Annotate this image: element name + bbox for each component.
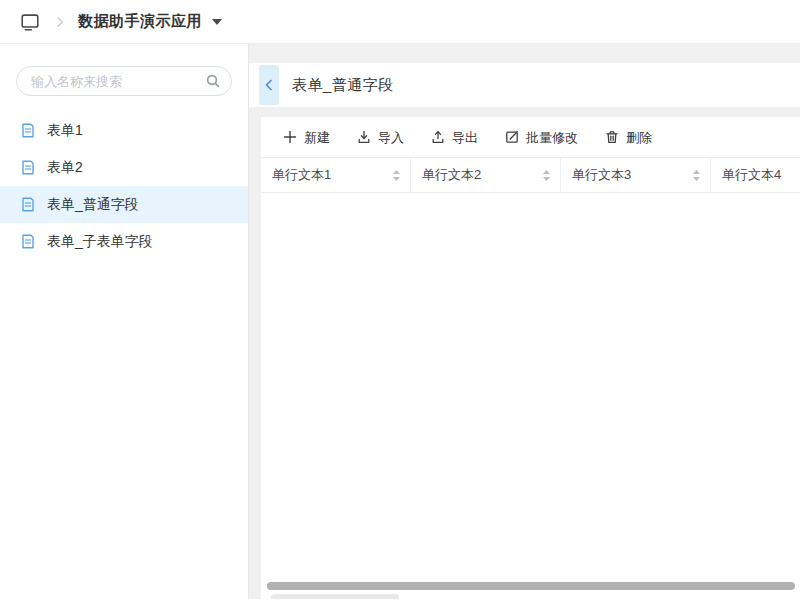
export-button-label: 导出 xyxy=(452,131,478,144)
sidebar-item-form1[interactable]: 表单1 xyxy=(0,112,248,149)
toolbar: 新建 导入 xyxy=(261,117,800,157)
breadcrumb-app-title[interactable]: 数据助手演示应用 xyxy=(78,12,202,31)
delete-button[interactable]: 删除 xyxy=(605,130,652,144)
page-title: 表单_普通字段 xyxy=(292,76,394,95)
column-header-text4[interactable]: 单行文本4 xyxy=(711,158,800,192)
form-list: 表单1 表单2 xyxy=(0,112,248,260)
sort-arrows-icon[interactable] xyxy=(392,169,401,182)
column-label: 单行文本2 xyxy=(422,166,481,184)
batch-edit-button[interactable]: 批量修改 xyxy=(505,130,578,144)
plus-icon xyxy=(283,130,297,144)
column-header-text1[interactable]: 单行文本1 xyxy=(261,158,411,192)
horizontal-scrollbar[interactable] xyxy=(267,582,795,590)
main-area: 表单_普通字段 新建 xyxy=(249,44,800,599)
chevron-left-icon xyxy=(263,78,275,92)
create-button[interactable]: 新建 xyxy=(283,130,330,144)
column-header-text2[interactable]: 单行文本2 xyxy=(411,158,561,192)
export-icon xyxy=(431,130,445,144)
sidebar-item-label: 表单_子表单字段 xyxy=(47,233,153,251)
delete-button-label: 删除 xyxy=(626,131,652,144)
search-field-wrap xyxy=(16,66,232,96)
collapse-back-button[interactable] xyxy=(259,65,279,105)
sidebar-item-form-normal-fields[interactable]: 表单_普通字段 xyxy=(0,186,248,223)
column-label: 单行文本4 xyxy=(722,166,781,184)
body-row: 表单1 表单2 xyxy=(0,44,800,599)
import-button[interactable]: 导入 xyxy=(357,130,404,144)
create-button-label: 新建 xyxy=(304,131,330,144)
form-doc-icon xyxy=(20,159,36,176)
data-card: 新建 导入 xyxy=(261,117,800,599)
sidebar-item-label: 表单_普通字段 xyxy=(47,196,139,214)
form-doc-icon xyxy=(20,122,36,139)
edit-square-icon xyxy=(505,130,519,144)
batch-edit-button-label: 批量修改 xyxy=(526,131,578,144)
import-icon xyxy=(357,130,371,144)
search-input[interactable] xyxy=(16,66,232,96)
form-doc-icon xyxy=(20,233,36,250)
column-label: 单行文本1 xyxy=(272,166,331,184)
monitor-icon[interactable] xyxy=(18,10,42,34)
caret-down-icon[interactable] xyxy=(212,19,222,25)
sidebar-item-label: 表单1 xyxy=(47,122,83,140)
sidebar-item-form-subform-fields[interactable]: 表单_子表单字段 xyxy=(0,223,248,260)
search-icon[interactable] xyxy=(205,73,221,89)
trash-icon xyxy=(605,130,619,144)
column-header-text3[interactable]: 单行文本3 xyxy=(561,158,711,192)
sidebar-item-label: 表单2 xyxy=(47,159,83,177)
sidebar: 表单1 表单2 xyxy=(0,44,249,599)
table-header-row: 单行文本1 单行文本2 xyxy=(261,157,800,193)
export-button[interactable]: 导出 xyxy=(431,130,478,144)
sort-arrows-icon[interactable] xyxy=(542,169,551,182)
import-button-label: 导入 xyxy=(378,131,404,144)
topbar: 数据助手演示应用 xyxy=(0,0,800,44)
form-doc-icon xyxy=(20,196,36,213)
app-window: 数据助手演示应用 xyxy=(0,0,800,600)
column-label: 单行文本3 xyxy=(572,166,631,184)
page-header: 表单_普通字段 xyxy=(249,63,800,107)
sidebar-item-form2[interactable]: 表单2 xyxy=(0,149,248,186)
sort-arrows-icon[interactable] xyxy=(692,169,701,182)
pagination-peek xyxy=(271,594,399,599)
chevron-right-icon xyxy=(54,16,66,28)
